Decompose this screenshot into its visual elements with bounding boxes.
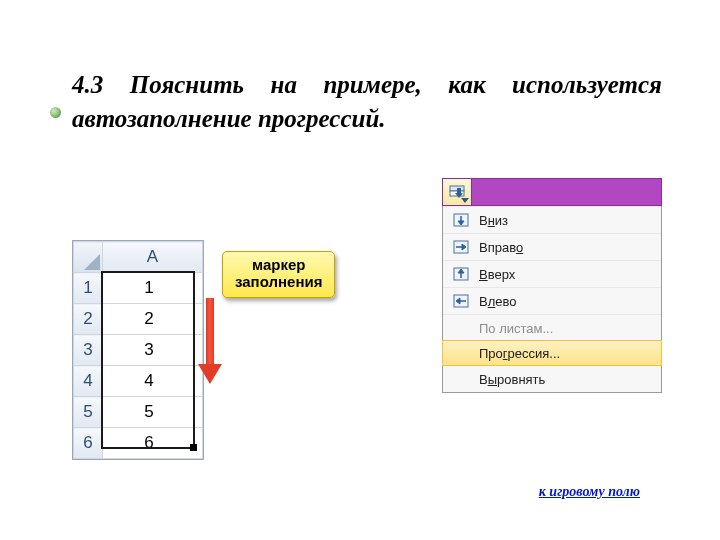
chevron-down-icon [461,198,469,203]
menu-item-label: Вправо [479,240,523,255]
arrow-left-icon [451,293,471,309]
row-header[interactable]: 6 [74,428,103,459]
menu-item-label: Влево [479,294,517,309]
row-header[interactable]: 2 [74,304,103,335]
menu-item: По листам... [443,314,661,341]
menu-item-label: По листам... [479,321,553,336]
arrow-down-icon [451,212,471,228]
cell[interactable]: 4 [103,366,203,397]
row-header[interactable]: 1 [74,273,103,304]
menu-item[interactable]: Вверх [443,260,661,287]
menu-item[interactable]: Вправо [443,233,661,260]
callout-fill-marker: маркер заполнения [222,251,335,298]
menu-item-label: Вниз [479,213,508,228]
cell[interactable]: 2 [103,304,203,335]
blank-icon [451,345,471,361]
arrow-right-icon [451,239,471,255]
row-header[interactable]: 5 [74,397,103,428]
row-header[interactable]: 4 [74,366,103,397]
select-all-corner[interactable] [74,242,103,273]
fill-menu-header [442,178,662,206]
menu-item-label: Прогрессия... [479,346,560,361]
menu-item[interactable]: Вниз [443,206,661,233]
blank-icon [451,320,471,336]
spreadsheet: A 11 22 33 44 55 66 [72,240,204,460]
slide-heading: 4.3 Пояснить на примере, как используетс… [72,68,662,136]
arrow-up-icon [451,266,471,282]
callout-line: маркер [235,256,322,273]
menu-item[interactable]: Выровнять [443,365,661,392]
menu-item[interactable]: Прогрессия... [442,340,662,366]
column-header-a[interactable]: A [103,242,203,273]
cell[interactable]: 5 [103,397,203,428]
back-to-board-link[interactable]: к игровому полю [539,484,640,500]
menu-item[interactable]: Влево [443,287,661,314]
fill-down-icon [449,185,465,199]
fill-menu: ВнизВправоВверхВлевоПо листам...Прогресс… [442,178,662,393]
fill-dropdown-button[interactable] [443,179,472,205]
bullet-icon [50,107,61,118]
cell[interactable]: 1 [103,273,203,304]
menu-item-label: Вверх [479,267,515,282]
blank-icon [451,371,471,387]
callout-line: заполнения [235,273,322,290]
cell[interactable]: 6 [103,428,203,459]
fill-menu-list: ВнизВправоВверхВлевоПо листам...Прогресс… [442,206,662,393]
cell[interactable]: 3 [103,335,203,366]
menu-item-label: Выровнять [479,372,545,387]
row-header[interactable]: 3 [74,335,103,366]
